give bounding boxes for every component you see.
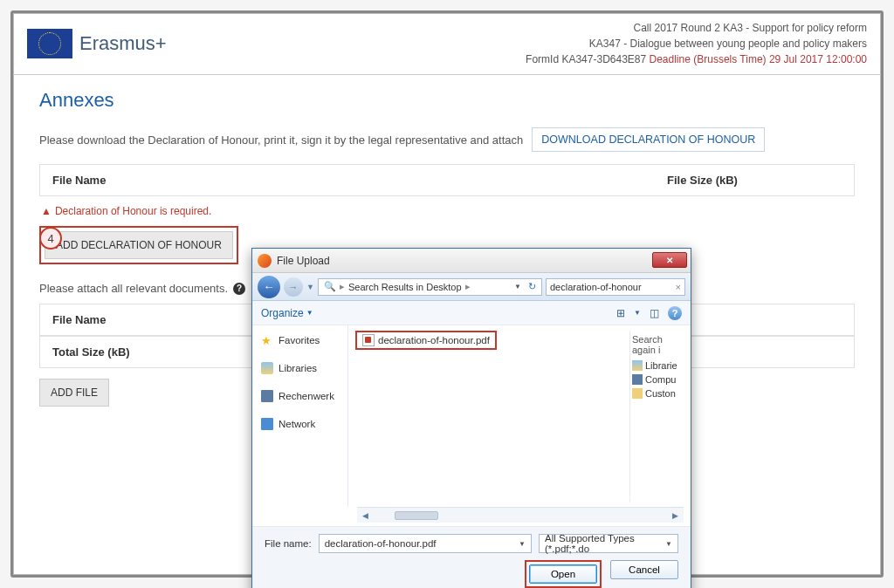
dialog-titlebar[interactable]: File Upload ✕ xyxy=(252,249,691,273)
form-deadline: FormId KA347-3D643E87 Deadline (Brussels… xyxy=(526,51,867,67)
sidebar: ★Favorites Libraries Rechenwerk Network xyxy=(252,325,348,507)
sidebar-favorites[interactable]: ★Favorites xyxy=(252,331,347,350)
cancel-button[interactable]: Cancel xyxy=(610,560,678,579)
folder-icon xyxy=(632,388,643,399)
error-text: Declaration of Honour is required. xyxy=(55,205,211,217)
chevron-down-icon[interactable]: ▼ xyxy=(519,540,526,548)
header-left: Erasmus+ xyxy=(27,20,167,67)
filename-label: File name: xyxy=(265,538,312,549)
dialog-button-row: Open Cancel xyxy=(265,560,678,588)
intro-text: Please download the Declaration of Honou… xyxy=(39,133,523,147)
search-again-panel: Search again i Librarie Compu Custon xyxy=(629,331,684,502)
path-text: Search Results in Desktop xyxy=(348,282,462,292)
file-name: declaration-of-honour.pdf xyxy=(378,335,490,345)
dialog-toolbar: Organize▼ ⊞ ▼ ◫ ? xyxy=(252,301,691,325)
call-info: Call 2017 Round 2 KA3 - Support for poli… xyxy=(526,20,867,36)
chevron-down-icon[interactable]: ▼ xyxy=(665,540,672,548)
clear-search-icon[interactable]: × xyxy=(676,282,681,292)
chevron-down-icon: ▼ xyxy=(306,309,313,317)
add-declaration-highlight: ADD DECLARATION OF HONOUR xyxy=(39,226,238,264)
libraries-icon xyxy=(632,360,643,371)
attach-text: Please attach all relevant documents. xyxy=(39,282,228,295)
dialog-nav: ← → ▼ 🔍 ▸ Search Results in Desktop ▸ ▼ … xyxy=(252,273,691,301)
add-declaration-button[interactable]: ADD DECLARATION OF HONOUR xyxy=(45,231,233,259)
sidebar-libraries[interactable]: Libraries xyxy=(252,359,347,378)
nav-back-button[interactable]: ← xyxy=(258,276,280,298)
filename-input[interactable]: declaration-of-honour.pdf ▼ xyxy=(319,534,532,553)
intro-row: Please download the Declaration of Honou… xyxy=(39,127,855,152)
path-separator-icon: ▸ xyxy=(340,281,345,292)
scroll-thumb[interactable] xyxy=(395,511,438,520)
header: Erasmus+ Call 2017 Round 2 KA3 - Support… xyxy=(13,13,881,75)
form-id: FormId KA347-3D643E87 xyxy=(526,53,649,65)
eu-flag-icon xyxy=(27,29,72,58)
horizontal-scrollbar[interactable]: ◀ ▶ xyxy=(357,507,684,523)
dialog-footer: File name: declaration-of-honour.pdf ▼ A… xyxy=(252,526,691,588)
add-file-button[interactable]: ADD FILE xyxy=(39,379,109,407)
search-again-computer[interactable]: Compu xyxy=(632,373,682,386)
refresh-icon[interactable]: ↻ xyxy=(528,281,536,292)
nav-forward-button[interactable]: → xyxy=(284,277,303,297)
view-icons-button[interactable]: ⊞ xyxy=(616,307,625,319)
deadline-text: Deadline (Brussels Time) 29 Jul 2017 12:… xyxy=(650,53,867,65)
search-icon: 🔍 xyxy=(324,281,336,292)
step-marker-4: 4 xyxy=(39,227,62,250)
brand-name: Erasmus+ xyxy=(79,32,167,55)
chevron-down-icon[interactable]: ▼ xyxy=(306,283,314,291)
action-info: KA347 - Dialogue between young people an… xyxy=(526,36,867,51)
scroll-right-icon[interactable]: ▶ xyxy=(672,511,678,520)
sidebar-network[interactable]: Network xyxy=(252,414,347,434)
file-type-select[interactable]: All Supported Types (*.pdf;*.do ▼ xyxy=(539,534,678,553)
sidebar-computer[interactable]: Rechenwerk xyxy=(252,386,347,406)
star-icon: ★ xyxy=(261,334,273,346)
pdf-icon xyxy=(362,334,375,346)
open-button[interactable]: Open xyxy=(529,564,597,584)
help-icon[interactable]: ? xyxy=(668,306,682,320)
close-icon[interactable]: ✕ xyxy=(652,252,687,268)
help-icon[interactable]: ? xyxy=(233,283,245,295)
warning-icon: ▲ xyxy=(41,205,52,217)
error-message: ▲ Declaration of Honour is required. xyxy=(39,196,855,226)
file-item-selected[interactable]: declaration-of-honour.pdf xyxy=(355,331,497,350)
filename-row: File name: declaration-of-honour.pdf ▼ A… xyxy=(265,534,678,553)
organize-menu[interactable]: Organize▼ xyxy=(261,307,313,319)
dialog-title: File Upload xyxy=(277,255,330,267)
firefox-icon xyxy=(258,254,272,268)
column-filesize: File Size (kB) xyxy=(667,174,842,187)
breadcrumb-path[interactable]: 🔍 ▸ Search Results in Desktop ▸ ▼ ↻ xyxy=(318,278,542,296)
search-again-header: Search again i xyxy=(632,334,682,355)
dialog-body: ★Favorites Libraries Rechenwerk Network … xyxy=(252,325,691,507)
search-field[interactable]: declaration-of-honour × xyxy=(546,278,685,296)
file-list[interactable]: declaration-of-honour.pdf Search again i… xyxy=(348,325,691,507)
computer-icon xyxy=(261,390,273,402)
libraries-icon xyxy=(261,362,273,374)
column-filename: File Name xyxy=(52,174,667,187)
column-filesize-2: (kB) xyxy=(667,313,842,326)
header-meta: Call 2017 Round 2 KA3 - Support for poli… xyxy=(526,20,867,67)
computer-icon xyxy=(632,374,643,385)
download-declaration-button[interactable]: DOWNLOAD DECLARATION OF HONOUR xyxy=(532,127,765,152)
view-options: ⊞ ▼ ◫ ? xyxy=(616,306,682,320)
file-upload-dialog: File Upload ✕ ← → ▼ 🔍 ▸ Search Results i… xyxy=(251,248,691,588)
path-separator-icon: ▸ xyxy=(465,281,471,292)
chevron-down-icon[interactable]: ▼ xyxy=(634,309,641,317)
search-value: declaration-of-honour xyxy=(550,282,642,292)
open-button-highlight: Open xyxy=(525,560,602,588)
preview-pane-button[interactable]: ◫ xyxy=(650,307,659,319)
search-again-custom[interactable]: Custon xyxy=(632,386,682,400)
network-icon xyxy=(261,418,273,430)
search-again-libraries[interactable]: Librarie xyxy=(632,359,682,373)
scroll-left-icon[interactable]: ◀ xyxy=(362,511,368,520)
page-title: Annexes xyxy=(39,89,855,112)
chevron-down-icon[interactable]: ▼ xyxy=(514,283,521,291)
declaration-table-header: File Name File Size (kB) xyxy=(39,164,855,196)
